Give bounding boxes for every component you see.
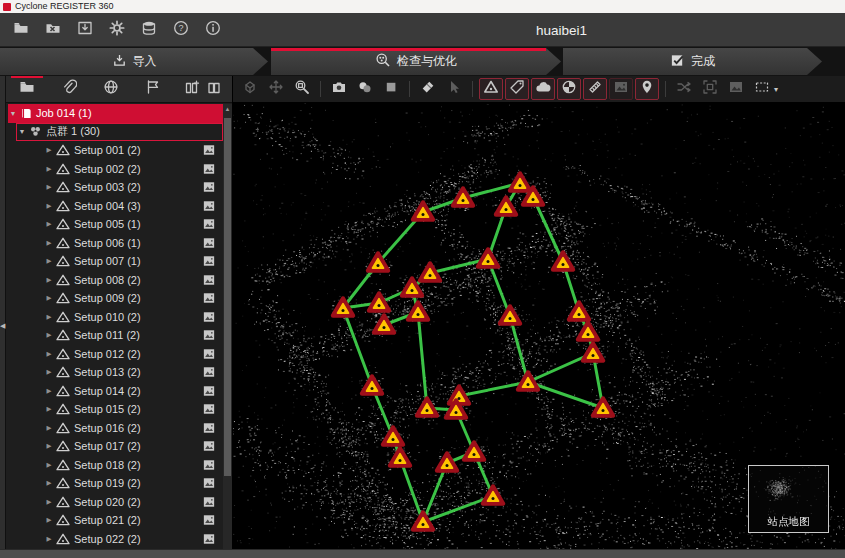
pan-button[interactable] <box>264 78 288 100</box>
expander-open-icon[interactable]: ▼ <box>17 128 27 135</box>
expander-closed-icon[interactable]: ▶ <box>44 165 54 173</box>
expander-closed-icon[interactable]: ▶ <box>44 405 54 413</box>
tree-row-setup[interactable]: ▶ Setup 010 (2) <box>6 308 223 327</box>
setup-marker[interactable] <box>453 189 473 206</box>
tree-row-setup[interactable]: ▶ Setup 018 (2) <box>6 456 223 475</box>
scroll-up-icon[interactable]: ▲ <box>223 105 232 113</box>
setup-image-icon[interactable] <box>203 533 215 545</box>
tree-row-cluster[interactable]: ▼ 点群 1 (30) <box>16 123 223 142</box>
setup-marker[interactable] <box>417 399 437 416</box>
setup-image-icon[interactable] <box>203 329 215 341</box>
expander-closed-icon[interactable]: ▶ <box>44 257 54 265</box>
tree-row-setup[interactable]: ▶ Setup 017 (2) <box>6 437 223 456</box>
expander-closed-icon[interactable]: ▶ <box>44 535 54 543</box>
tree-row-setup[interactable]: ▶ Setup 004 (3) <box>6 197 223 216</box>
expander-closed-icon[interactable]: ▶ <box>44 516 54 524</box>
setup-image-icon[interactable] <box>203 144 215 156</box>
setup-marker[interactable] <box>518 373 538 390</box>
tree-row-setup[interactable]: ▶ Setup 016 (2) <box>6 419 223 438</box>
setup-image-icon[interactable] <box>203 200 215 212</box>
setup-marker[interactable] <box>464 443 484 460</box>
tree-row-setup[interactable]: ▶ Setup 005 (1) <box>6 215 223 234</box>
show-images-toggle[interactable] <box>609 78 633 100</box>
pano-image-button[interactable] <box>724 78 748 100</box>
expander-closed-icon[interactable]: ▶ <box>44 313 54 321</box>
tree-row-setup[interactable]: ▶ Setup 019 (2) <box>6 474 223 493</box>
expander-closed-icon[interactable]: ▶ <box>44 368 54 376</box>
expander-closed-icon[interactable]: ▶ <box>44 498 54 506</box>
setup-marker[interactable] <box>449 387 469 404</box>
rect-select-button[interactable] <box>750 78 774 100</box>
expander-closed-icon[interactable]: ▶ <box>44 350 54 358</box>
map-viewport[interactable]: 站点地图 <box>233 103 845 549</box>
setup-image-icon[interactable] <box>203 292 215 304</box>
setup-marker[interactable] <box>553 253 573 270</box>
setup-image-icon[interactable] <box>203 274 215 286</box>
setup-image-icon[interactable] <box>203 311 215 323</box>
setup-marker[interactable] <box>413 203 433 220</box>
tree-row-setup[interactable]: ▶ Setup 009 (2) <box>6 289 223 308</box>
setup-image-icon[interactable] <box>203 440 215 452</box>
setup-marker[interactable] <box>369 294 389 311</box>
expander-closed-icon[interactable]: ▶ <box>44 202 54 210</box>
show-clouds-toggle[interactable] <box>531 78 555 100</box>
show-tags-toggle[interactable] <box>505 78 529 100</box>
setup-image-icon[interactable] <box>203 163 215 175</box>
setup-marker[interactable] <box>408 303 428 320</box>
expander-closed-icon[interactable]: ▶ <box>44 220 54 228</box>
help-button[interactable]: ? <box>168 18 193 42</box>
setup-image-icon[interactable] <box>203 255 215 267</box>
import-project-button[interactable] <box>72 18 97 42</box>
expander-closed-icon[interactable]: ▶ <box>44 479 54 487</box>
setup-marker[interactable] <box>593 399 613 416</box>
setup-marker[interactable] <box>578 323 598 340</box>
setup-marker[interactable] <box>569 303 589 320</box>
setup-image-icon[interactable] <box>203 459 215 471</box>
zoom-window-button[interactable] <box>290 78 314 100</box>
setup-marker[interactable] <box>383 428 403 445</box>
setup-marker[interactable] <box>390 449 410 466</box>
setup-image-icon[interactable] <box>203 422 215 434</box>
setup-marker[interactable] <box>583 344 603 361</box>
transform-button[interactable] <box>698 78 722 100</box>
show-setups-toggle[interactable] <box>479 78 503 100</box>
select-cursor-button[interactable] <box>442 78 466 100</box>
tree-row-setup[interactable]: ▶ Setup 013 (2) <box>6 363 223 382</box>
setup-image-icon[interactable] <box>203 181 215 193</box>
sidebar-scrollbar[interactable]: ▲ <box>223 104 232 549</box>
setup-marker[interactable] <box>483 487 503 504</box>
setup-marker[interactable] <box>413 513 433 530</box>
expander-closed-icon[interactable]: ▶ <box>44 442 54 450</box>
setup-marker[interactable] <box>510 174 530 191</box>
tree-row-job[interactable]: ▼ Job 014 (1) <box>8 104 223 123</box>
expander-closed-icon[interactable]: ▶ <box>44 276 54 284</box>
setup-marker[interactable] <box>437 454 457 471</box>
tree-row-setup[interactable]: ▶ Setup 021 (2) <box>6 511 223 530</box>
setup-image-icon[interactable] <box>203 496 215 508</box>
setup-marker[interactable] <box>374 316 394 333</box>
storage-button[interactable] <box>136 18 161 42</box>
setup-marker[interactable] <box>478 250 498 267</box>
expander-open-icon[interactable]: ▼ <box>8 110 18 117</box>
expander-closed-icon[interactable]: ▶ <box>44 183 54 191</box>
setup-marker[interactable] <box>362 377 382 394</box>
project-explorer-tab[interactable] <box>6 76 48 103</box>
tree-row-setup[interactable]: ▶ Setup 008 (2) <box>6 271 223 290</box>
setup-image-icon[interactable] <box>203 403 215 415</box>
expander-closed-icon[interactable]: ▶ <box>44 239 54 247</box>
expander-closed-icon[interactable]: ▶ <box>44 294 54 302</box>
setup-marker[interactable] <box>420 264 440 281</box>
color-mode-button[interactable] <box>353 78 377 100</box>
new-bundle-button[interactable] <box>184 80 200 100</box>
setup-image-icon[interactable] <box>203 366 215 378</box>
show-geotags-toggle[interactable] <box>635 78 659 100</box>
tree-row-setup[interactable]: ▶ Setup 015 (2) <box>6 400 223 419</box>
dropdown-caret-icon[interactable]: ▾ <box>774 85 778 94</box>
geo-tab[interactable] <box>90 76 132 103</box>
links-button[interactable] <box>672 78 696 100</box>
setup-image-icon[interactable] <box>203 348 215 360</box>
expander-closed-icon[interactable]: ▶ <box>44 461 54 469</box>
setup-marker[interactable] <box>500 307 520 324</box>
workflow-step-import[interactable]: 导入 <box>0 48 268 75</box>
tree-row-setup[interactable]: ▶ Setup 014 (2) <box>6 382 223 401</box>
